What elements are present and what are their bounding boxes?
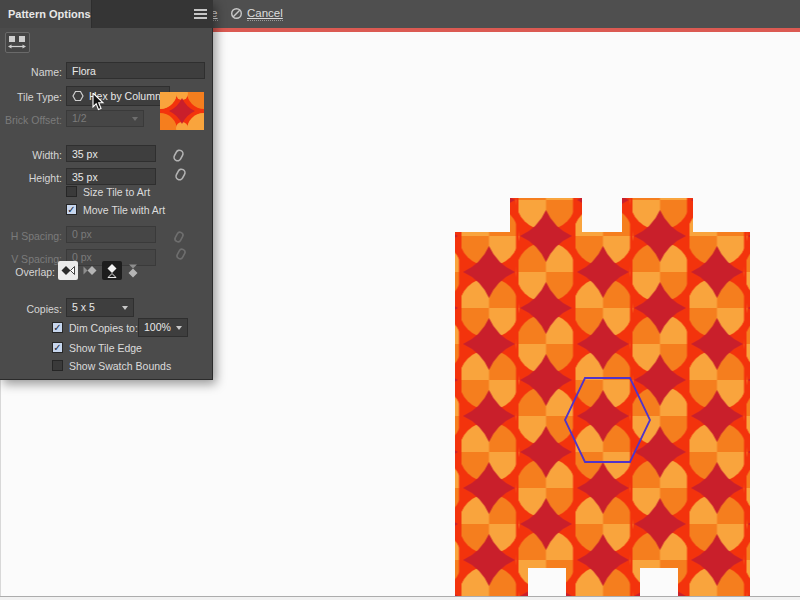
- window-bottom-edge: [0, 596, 800, 600]
- pattern-swatch-preview: [160, 92, 204, 130]
- right-in-front-icon: [82, 265, 98, 276]
- overlap-bottom-in-front-button[interactable]: [123, 261, 143, 280]
- brick-offset-dropdown: 1/2: [66, 110, 144, 127]
- brick-offset-value: 1/2: [72, 111, 87, 126]
- chevron-down-icon: [176, 326, 182, 330]
- name-label: Name:: [0, 66, 62, 78]
- panel-tab[interactable]: Pattern Options: [0, 0, 92, 28]
- tile-type-label: Tile Type:: [0, 91, 62, 103]
- pattern-block: [455, 198, 750, 597]
- size-tile-to-art-checkbox[interactable]: [66, 186, 77, 197]
- width-input[interactable]: [66, 145, 156, 162]
- overlap-label: Overlap:: [0, 266, 55, 278]
- show-tile-edge-label: Show Tile Edge: [69, 342, 142, 354]
- cancel-slash-icon: [230, 7, 243, 20]
- height-input[interactable]: [66, 168, 156, 185]
- chevron-down-icon: [132, 117, 138, 121]
- copies-label: Copies:: [0, 303, 62, 315]
- overlap-left-in-front-button[interactable]: [58, 261, 78, 280]
- h-spacing-value: 0 px: [72, 228, 92, 240]
- tile-type-value: Hex by Column: [89, 89, 161, 104]
- pattern-artwork[interactable]: [440, 190, 770, 600]
- h-spacing-label: H Spacing:: [0, 230, 62, 242]
- overlap-right-in-front-button[interactable]: [80, 261, 100, 280]
- copies-value: 5 x 5: [72, 300, 95, 315]
- move-tile-with-art-checkbox[interactable]: ✓: [66, 204, 77, 215]
- panel-header: Pattern Options: [0, 0, 213, 28]
- dim-copies-value: 100%: [144, 320, 171, 335]
- chevron-down-icon: [122, 306, 128, 310]
- width-label: Width:: [0, 149, 62, 161]
- overlap-top-in-front-button[interactable]: [102, 261, 122, 280]
- pattern-options-panel: Pattern Options Name: Tile Type: Hex by …: [0, 0, 213, 380]
- move-tile-with-art-label: Move Tile with Art: [83, 204, 165, 216]
- window-left-edge: [0, 380, 1, 596]
- dim-copies-checkbox[interactable]: ✓: [52, 322, 63, 333]
- brick-offset-label: Brick Offset:: [0, 114, 62, 126]
- panel-title: Pattern Options: [8, 8, 91, 20]
- checkmark-icon: ✓: [67, 204, 75, 215]
- bottom-notch: [528, 568, 566, 597]
- cancel-button[interactable]: Cancel: [247, 7, 283, 21]
- height-label: Height:: [0, 172, 62, 184]
- unlink-dimensions-icon[interactable]: [168, 147, 190, 185]
- unlink-spacing-icon: [170, 230, 190, 264]
- dim-copies-dropdown[interactable]: 100%: [138, 318, 188, 337]
- copies-dropdown[interactable]: 5 x 5: [66, 298, 134, 317]
- size-tile-to-art-label: Size Tile to Art: [83, 186, 150, 198]
- checkmark-icon: ✓: [53, 322, 61, 333]
- dim-copies-label: Dim Copies to:: [69, 322, 138, 334]
- hexagon-icon: [72, 90, 84, 102]
- h-spacing-input: 0 px: [66, 226, 156, 243]
- bottom-notch: [640, 568, 678, 597]
- checkmark-icon: ✓: [53, 342, 61, 353]
- name-input[interactable]: [66, 62, 205, 79]
- pattern-tile-tool-icon: [6, 33, 29, 52]
- show-tile-edge-checkbox[interactable]: ✓: [52, 342, 63, 353]
- show-swatch-bounds-checkbox[interactable]: [52, 360, 63, 371]
- left-in-front-icon: [60, 265, 76, 276]
- pattern-tile-tool-button[interactable]: [5, 32, 30, 53]
- top-in-front-icon: [106, 263, 118, 279]
- panel-menu-icon[interactable]: [194, 9, 207, 19]
- bottom-in-front-icon: [127, 263, 139, 279]
- tile-type-dropdown[interactable]: Hex by Column: [66, 86, 170, 106]
- v-spacing-label: V Spacing:: [0, 253, 62, 265]
- show-swatch-bounds-label: Show Swatch Bounds: [69, 360, 171, 372]
